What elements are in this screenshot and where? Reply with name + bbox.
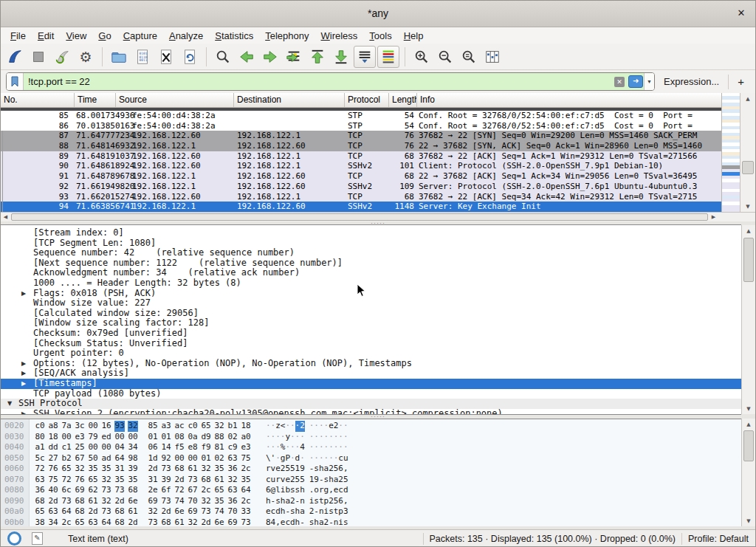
menu-analyze[interactable]: Analyze bbox=[163, 30, 209, 42]
detail-line[interactable]: 1000 .... = Header Length: 32 bytes (8) bbox=[1, 278, 741, 289]
detail-line[interactable]: [Stream index: 0] bbox=[1, 228, 741, 238]
zoom-in-button[interactable] bbox=[410, 46, 433, 68]
scroll-up-icon[interactable]: ▲ bbox=[742, 225, 755, 236]
scroll-down-icon[interactable]: ▼ bbox=[740, 201, 755, 212]
zoom-reset-button[interactable] bbox=[458, 46, 480, 68]
filter-clear-button[interactable]: ✕ bbox=[611, 73, 628, 90]
menu-view[interactable]: View bbox=[60, 30, 92, 42]
hex-row-00a0[interactable]: 00a0656364682d736861322d6e6973747033ecdh… bbox=[1, 506, 741, 517]
reload-file-button[interactable] bbox=[179, 46, 201, 68]
packet-row-87[interactable]: 8771.647777234192.168.122.60192.168.122.… bbox=[1, 131, 721, 141]
add-filter-button[interactable]: + bbox=[735, 75, 750, 88]
hex-row-0060[interactable]: 006072766532353531392d7368613235362crve2… bbox=[1, 464, 741, 475]
menu-wireless[interactable]: Wireless bbox=[315, 30, 364, 42]
scroll-right-icon[interactable]: ▶ bbox=[709, 214, 718, 220]
detail-line[interactable]: [Window size scaling factor: 128] bbox=[1, 318, 741, 328]
go-forward-button[interactable] bbox=[259, 46, 281, 68]
menu-telephony[interactable]: Telephony bbox=[259, 30, 315, 42]
expander-closed-icon[interactable]: ▶ bbox=[21, 289, 26, 299]
packet-list-vscrollbar[interactable]: ▲ ▼ bbox=[740, 93, 755, 212]
hex-row-00b0[interactable]: 00b038342c656364682d736861322d6e697384,e… bbox=[1, 517, 741, 527]
filter-bookmark-button[interactable] bbox=[7, 73, 24, 90]
packet-row-93[interactable]: 9371.662015274192.168.122.60192.168.122.… bbox=[1, 192, 721, 202]
expander-open-icon[interactable]: ▼ bbox=[7, 399, 12, 409]
column-header-protocol[interactable]: Protocol bbox=[345, 93, 389, 107]
menu-statistics[interactable]: Statistics bbox=[209, 30, 259, 42]
scroll-left-icon[interactable]: ◀ bbox=[1, 214, 10, 220]
close-file-button[interactable] bbox=[155, 46, 177, 68]
menu-file[interactable]: File bbox=[4, 30, 32, 42]
column-header-source[interactable]: Source bbox=[116, 93, 234, 107]
detail-line[interactable]: TCP payload (1080 bytes) bbox=[1, 389, 741, 399]
colorize-toggle[interactable] bbox=[377, 46, 399, 68]
detail-line[interactable]: Acknowledgment number: 34 (relative ack … bbox=[1, 268, 741, 278]
open-file-button[interactable] bbox=[108, 46, 130, 68]
scrollbar-thumb[interactable] bbox=[742, 161, 754, 174]
column-header-destination[interactable]: Destination bbox=[234, 93, 345, 107]
zoom-out-button[interactable] bbox=[434, 46, 456, 68]
column-header-time[interactable]: Time bbox=[75, 93, 116, 107]
filter-history-dropdown[interactable]: ▼ bbox=[644, 73, 654, 90]
expert-info-icon[interactable] bbox=[7, 531, 21, 546]
go-back-button[interactable] bbox=[236, 46, 258, 68]
scroll-down-icon[interactable]: ▼ bbox=[742, 403, 755, 414]
detail-line[interactable]: ▼SSH Protocol bbox=[1, 399, 741, 409]
hex-row-0070[interactable]: 0070637572766532353531392d7368613235curv… bbox=[1, 475, 741, 486]
scroll-up-icon[interactable]: ▲ bbox=[740, 93, 755, 104]
column-header-no[interactable]: No. bbox=[1, 93, 75, 107]
intelligent-scrollbar-minimap[interactable] bbox=[721, 93, 740, 212]
packet-row-94[interactable]: 9471.663856741192.168.122.1192.168.122.6… bbox=[1, 202, 721, 212]
detail-line[interactable]: ▶Flags: 0x018 (PSH, ACK) bbox=[1, 289, 741, 299]
scrollbar-thumb[interactable] bbox=[743, 238, 754, 282]
packet-row-88[interactable]: 8871.648146932192.168.122.1192.168.122.6… bbox=[1, 141, 721, 151]
find-packet-button[interactable] bbox=[212, 46, 234, 68]
go-to-packet-button[interactable] bbox=[283, 46, 305, 68]
packet-row-89[interactable]: 8971.648191037192.168.122.60192.168.122.… bbox=[1, 151, 721, 162]
scrollbar-thumb[interactable] bbox=[743, 430, 754, 461]
menu-capture[interactable]: Capture bbox=[117, 30, 163, 42]
detail-line[interactable]: [TCP Segment Len: 1080] bbox=[1, 238, 741, 249]
profile-text[interactable]: Profile: Default bbox=[688, 534, 749, 544]
expander-closed-icon[interactable]: ▶ bbox=[21, 379, 26, 389]
packet-row-86[interactable]: 8670.013850163fe:54:00:d4:38:2aSTP54Conf… bbox=[1, 121, 721, 131]
hex-row-0090[interactable]: 0090682d736861322d6e697374703235362ch-sh… bbox=[1, 496, 741, 507]
filter-apply-button[interactable]: ➜ bbox=[628, 73, 644, 90]
resize-columns-button[interactable] bbox=[481, 46, 504, 68]
packet-row-85[interactable]: 8568.001734936fe:54:00:d4:38:2aSTP54Conf… bbox=[1, 111, 721, 121]
detail-vscrollbar[interactable]: ▲ ▼ bbox=[741, 225, 755, 414]
display-filter-input[interactable] bbox=[24, 73, 611, 90]
column-header-info[interactable]: Info bbox=[417, 93, 721, 107]
detail-line[interactable]: Urgent pointer: 0 bbox=[1, 348, 741, 359]
expander-closed-icon[interactable]: ▶ bbox=[21, 368, 26, 379]
close-window-icon[interactable]: ✕ bbox=[734, 0, 749, 27]
menu-help[interactable]: Help bbox=[398, 30, 430, 42]
column-header-length[interactable]: Length bbox=[389, 93, 417, 107]
detail-line[interactable]: Checksum: 0x79ed [unverified] bbox=[1, 328, 741, 339]
detail-line[interactable]: Window size value: 227 bbox=[1, 298, 741, 309]
expander-closed-icon[interactable]: ▶ bbox=[21, 359, 26, 369]
scroll-up-icon[interactable]: ▲ bbox=[742, 419, 755, 430]
go-top-button[interactable] bbox=[306, 46, 329, 68]
restart-capture-button[interactable] bbox=[51, 46, 73, 68]
title-bar[interactable]: *any ✕ bbox=[0, 0, 756, 27]
hex-row-0030[interactable]: 0030801800e379ed00000101080ad98802a0····… bbox=[1, 432, 741, 443]
menu-go[interactable]: Go bbox=[92, 30, 117, 42]
scroll-down-icon[interactable]: ▼ bbox=[742, 515, 755, 526]
detail-line[interactable]: [Next sequence number: 1122 (relative se… bbox=[1, 258, 741, 269]
go-bottom-button[interactable] bbox=[330, 46, 352, 68]
hex-row-0040[interactable]: 0040a1ddc125000004340614f5e8f981c9e3···%… bbox=[1, 442, 741, 453]
capture-options-button[interactable]: ⚙ bbox=[75, 46, 97, 68]
detail-line[interactable]: [Calculated window size: 29056] bbox=[1, 309, 741, 319]
start-capture-button[interactable] bbox=[4, 46, 26, 68]
detail-line[interactable]: ▶Options: (12 bytes), No-Operation (NOP)… bbox=[1, 359, 741, 369]
stop-capture-button[interactable] bbox=[27, 46, 49, 68]
packet-row-90[interactable]: 9071.648618924192.168.122.60192.168.122.… bbox=[1, 161, 721, 171]
save-file-button[interactable]: 010101100011 bbox=[131, 46, 154, 68]
expression-button[interactable]: Expression... bbox=[661, 76, 722, 87]
packet-row-91[interactable]: 9171.648789678192.168.122.1192.168.122.6… bbox=[1, 171, 721, 182]
packet-row-92[interactable]: 9271.661949820192.168.122.1192.168.122.6… bbox=[1, 182, 721, 192]
expander-closed-icon[interactable]: ▶ bbox=[21, 409, 26, 415]
hex-row-0080[interactable]: 008036406c69627373682e6f72672c6563646@li… bbox=[1, 485, 741, 496]
auto-scroll-toggle[interactable] bbox=[354, 46, 376, 68]
detail-line[interactable]: Sequence number: 42 (relative sequence n… bbox=[1, 248, 741, 258]
